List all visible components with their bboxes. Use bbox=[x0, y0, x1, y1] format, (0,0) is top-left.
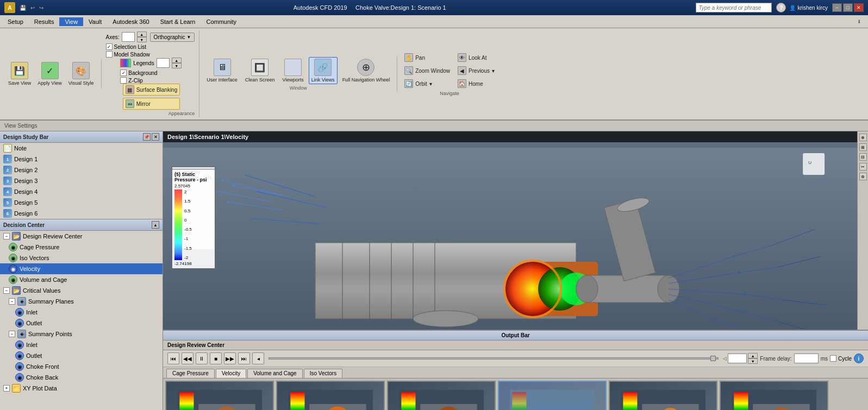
expand-xy-plot[interactable]: + bbox=[3, 385, 10, 392]
close-button[interactable]: ✕ bbox=[854, 3, 864, 12]
selection-list-check[interactable]: ✓ Selection List bbox=[106, 43, 195, 50]
menu-community[interactable]: Community bbox=[201, 17, 242, 26]
design-4-item[interactable]: 4 Design 4 bbox=[0, 186, 163, 197]
menu-results[interactable]: Results bbox=[29, 17, 60, 26]
zoom-window-button[interactable]: 🔍 Zoom Window bbox=[402, 65, 453, 77]
minimize-button[interactable]: − bbox=[832, 3, 842, 12]
legends-spinner[interactable]: ▲ ▼ bbox=[172, 58, 183, 68]
thumbnail-strip[interactable] bbox=[163, 379, 868, 410]
frame-number-input[interactable]: 1 bbox=[728, 354, 747, 363]
view-settings-label[interactable]: View Settings bbox=[4, 123, 37, 129]
play-prev-button[interactable]: ◀◀ bbox=[182, 352, 193, 364]
thumbnail-3[interactable] bbox=[387, 381, 496, 410]
legends-input[interactable]: 2 bbox=[157, 58, 170, 68]
z-clip-checkbox[interactable] bbox=[120, 77, 127, 84]
viewport-scene[interactable]: U bbox=[163, 148, 868, 330]
tree-critical-values[interactable]: − 📂 Critical Values bbox=[0, 285, 163, 296]
viewport-tool-3[interactable]: ⊟ bbox=[859, 153, 867, 161]
menu-autodesk360[interactable]: Autodesk 360 bbox=[107, 17, 154, 26]
user-interface-button[interactable]: 🖥 User Interface bbox=[204, 57, 240, 84]
selection-list-checkbox[interactable]: ✓ bbox=[106, 43, 113, 50]
play-first-button[interactable]: ⏮ bbox=[167, 352, 179, 364]
play-stop-button[interactable]: ■ bbox=[210, 352, 222, 364]
menu-setup[interactable]: Setup bbox=[2, 17, 29, 26]
play-next-button[interactable]: ▶▶ bbox=[224, 352, 236, 364]
decision-center-scroll-up[interactable]: ▲ bbox=[152, 221, 159, 229]
play-more-button[interactable]: ◂ bbox=[252, 352, 264, 364]
play-last-button[interactable]: ⏭ bbox=[238, 352, 250, 364]
axes-spinner[interactable]: ▲ ▼ bbox=[137, 31, 148, 42]
play-pause-button[interactable]: ⏸ bbox=[196, 352, 208, 364]
maximize-button[interactable]: □ bbox=[843, 3, 853, 12]
menu-view[interactable]: View bbox=[59, 17, 83, 26]
design-3-item[interactable]: 3 Design 3 bbox=[0, 175, 163, 186]
tab-volume-cage[interactable]: Volume and Cage bbox=[247, 369, 303, 378]
tree-velocity[interactable]: ◉ Velocity bbox=[0, 263, 163, 274]
link-views-button[interactable]: 🔗 Link Views bbox=[309, 57, 338, 84]
tree-summary-points[interactable]: − ◈ Summary Points bbox=[0, 329, 163, 339]
orbit-button[interactable]: 🔄 Orbit▾ bbox=[402, 78, 453, 90]
save-view-button[interactable]: 💾 Save View bbox=[5, 60, 34, 87]
viewports-button[interactable]: Viewports bbox=[279, 57, 306, 84]
thumbnail-4[interactable] bbox=[498, 381, 607, 410]
tree-summary-points-outlet[interactable]: ◉ Outlet bbox=[0, 350, 163, 361]
tab-cage-pressure[interactable]: Cage Pressure bbox=[166, 369, 215, 378]
user-button[interactable]: 👤 krishen kircy bbox=[789, 5, 828, 11]
design-study-bar-close[interactable]: ✕ bbox=[152, 133, 159, 141]
playback-slider[interactable] bbox=[268, 357, 719, 359]
tree-summary-planes-inlet[interactable]: ◉ Inlet bbox=[0, 307, 163, 318]
z-clip-check[interactable]: Z-Clip bbox=[120, 77, 182, 84]
menu-start-learn[interactable]: Start & Learn bbox=[155, 17, 201, 26]
toolbar-icon-save[interactable]: 💾 bbox=[20, 5, 26, 11]
expand-design-review[interactable]: − bbox=[3, 233, 10, 239]
tree-note-item[interactable]: 📄 Note bbox=[0, 143, 163, 154]
tree-cage-pressure[interactable]: ◉ Cage Pressure bbox=[0, 242, 163, 253]
thumbnail-6[interactable] bbox=[720, 381, 828, 410]
thumbnail-1[interactable] bbox=[165, 381, 274, 410]
background-check[interactable]: ✓ Background bbox=[120, 70, 182, 76]
tab-velocity[interactable]: Velocity bbox=[216, 369, 246, 378]
help-button[interactable]: ? bbox=[776, 3, 786, 12]
cycle-checkbox-item[interactable]: Cycle bbox=[830, 355, 852, 362]
tree-summary-points-inlet[interactable]: ◉ Inlet bbox=[0, 339, 163, 350]
frame-spin-up[interactable]: ▲ bbox=[748, 353, 758, 358]
orthographic-button[interactable]: Orthographic ▼ bbox=[150, 33, 195, 42]
thumbnail-5[interactable] bbox=[609, 381, 717, 410]
tree-summary-planes-outlet[interactable]: ◉ Outlet bbox=[0, 318, 163, 329]
tree-choke-front[interactable]: ◉ Choke Front bbox=[0, 361, 163, 372]
visual-style-button[interactable]: 🎨 Visual Style bbox=[66, 60, 97, 87]
viewport[interactable]: Design 1\Scenario 1\Velocity (1) Velocit… bbox=[163, 131, 868, 330]
thumbnail-2[interactable] bbox=[276, 381, 385, 410]
expand-summary-planes[interactable]: − bbox=[9, 298, 15, 305]
tree-design-review-center[interactable]: − 📂 Design Review Center bbox=[0, 231, 163, 242]
home-button[interactable]: 🏠 Home bbox=[455, 78, 497, 90]
search-input[interactable] bbox=[696, 3, 772, 12]
toolbar-icon-undo[interactable]: ↩ bbox=[30, 5, 35, 11]
viewport-tool-2[interactable]: ⊞ bbox=[859, 143, 867, 151]
tree-xy-plot-data[interactable]: + 📁 XY Plot Data bbox=[0, 383, 163, 394]
surface-blanking-button[interactable]: ▦ Surface Blanking bbox=[123, 84, 180, 96]
tab-iso-vectors[interactable]: Iso Vectors bbox=[304, 369, 342, 378]
toolbar-icon-redo[interactable]: ↪ bbox=[39, 5, 43, 11]
viewport-tool-4[interactable]: ✂ bbox=[859, 163, 867, 171]
background-checkbox[interactable]: ✓ bbox=[120, 70, 127, 76]
pan-button[interactable]: ✋ Pan bbox=[402, 52, 453, 64]
axes-input[interactable]: 4 bbox=[122, 32, 135, 42]
tree-choke-back[interactable]: ◉ Choke Back bbox=[0, 372, 163, 383]
model-shadow-checkbox[interactable] bbox=[106, 51, 113, 58]
clean-screen-button[interactable]: 🔲 Clean Screen bbox=[242, 57, 278, 84]
viewport-tool-1[interactable]: ⊕ bbox=[859, 134, 867, 141]
apply-view-button[interactable]: ✓ Apply View bbox=[35, 60, 64, 87]
expand-summary-points[interactable]: − bbox=[9, 331, 15, 337]
design-2-item[interactable]: 2 Design 2 bbox=[0, 165, 163, 175]
design-6-item[interactable]: 6 Design 6 bbox=[0, 208, 163, 219]
tree-volume-cage[interactable]: ◉ Volume and Cage bbox=[0, 274, 163, 285]
design-5-item[interactable]: 5 Design 5 bbox=[0, 197, 163, 208]
cycle-info-icon[interactable]: i bbox=[854, 354, 864, 363]
output-bar-header[interactable]: Output Bar bbox=[163, 331, 868, 340]
expand-critical-values[interactable]: − bbox=[3, 287, 10, 294]
menu-vault[interactable]: Vault bbox=[83, 17, 107, 26]
frame-spin-down[interactable]: ▼ bbox=[748, 358, 758, 364]
design-study-bar-pin[interactable]: 📌 bbox=[143, 133, 151, 141]
model-shadow-check[interactable]: Model Shadow bbox=[106, 51, 195, 58]
